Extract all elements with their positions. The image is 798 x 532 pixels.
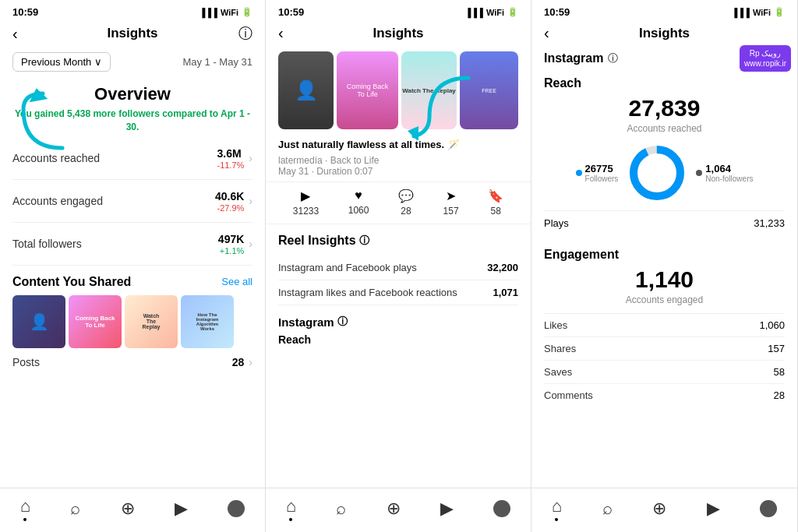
thumb-4[interactable]: How TheInstagramAlgorithmWorks: [181, 295, 234, 348]
thumbnail-row: 👤 Coming BackTo Life WatchTheReplay How …: [0, 295, 265, 348]
stat-row-accounts-reached[interactable]: Accounts reached 3.6M -11.7% ›: [12, 137, 252, 180]
overview-highlight: 5,438: [67, 108, 90, 119]
insight-label-1: Instagram likes and Facebook reactions: [278, 287, 457, 298]
thumb-2[interactable]: Coming BackTo Life: [69, 295, 122, 348]
likes-val: 1,060: [759, 319, 785, 331]
nav-home-2[interactable]: ⌂: [286, 496, 296, 521]
search-icon-2: ⌕: [336, 499, 346, 519]
bookmark-icon: 🔖: [488, 188, 503, 203]
add-icon-2: ⊕: [387, 499, 401, 519]
engage-saves: Saves 58: [544, 360, 785, 383]
donut-legend-left: 26775 Followers: [576, 163, 619, 183]
bottom-nav-3: ⌂ ⌕ ⊕ ▶: [531, 488, 797, 532]
reel-date: May 31 · Duration 0:07: [278, 166, 373, 177]
home-icon-2: ⌂: [286, 496, 296, 516]
nav-bar-1: ‹ Insights ⓘ: [0, 21, 265, 49]
insight-val-0: 32,200: [487, 262, 518, 273]
signal-icon-2: ▐▐▐: [464, 8, 482, 17]
reel-shares: ➤ 157: [443, 188, 459, 217]
shares-val: 157: [768, 343, 785, 354]
nav-reels-1[interactable]: ▶: [175, 499, 188, 519]
stat-val-0: 3.6M: [217, 147, 241, 160]
back-button-1[interactable]: ‹: [12, 25, 31, 43]
add-icon-3: ⊕: [652, 499, 666, 519]
engagement-title: Engagement: [544, 248, 785, 262]
overview-title: Overview: [12, 84, 252, 104]
reach-section: Reach 27,839 Accounts reached 26775 Foll…: [531, 70, 797, 241]
panel-2: 10:59 ▐▐▐ WiFi 🔋 ‹ Insights 👤 Coming Bac…: [266, 0, 531, 532]
status-bar-1: 10:59 ▐▐▐ WiFi 🔋: [0, 0, 265, 21]
wifi-icon-3: WiFi: [753, 8, 771, 17]
instagram-title-p3: Instagram ⓘ: [544, 51, 618, 65]
nav-reels-2[interactable]: ▶: [440, 499, 454, 519]
stat-label-1: Accounts engaged: [12, 195, 103, 207]
back-button-2[interactable]: ‹: [278, 24, 297, 42]
date-range: May 1 - May 31: [182, 56, 252, 68]
posts-label: Posts: [12, 356, 40, 368]
nav-search-1[interactable]: ⌕: [70, 499, 80, 519]
stats-list: Accounts reached 3.6M -11.7% › Accounts …: [0, 137, 265, 266]
plays-label: Plays: [544, 217, 569, 229]
stat-val-2: 497K: [218, 233, 244, 245]
thumb-3[interactable]: WatchTheReplay: [125, 295, 178, 348]
posts-row[interactable]: Posts 28 ›: [0, 348, 265, 376]
wifi-icon-2: WiFi: [486, 8, 504, 17]
see-all-button[interactable]: See all: [221, 276, 252, 287]
search-icon-1: ⌕: [70, 499, 80, 519]
plays-value: 31,233: [754, 217, 785, 229]
reel-comments: 💬 28: [398, 188, 414, 217]
signal-icon-3: ▐▐▐: [731, 8, 749, 17]
ig-info-icon: ⓘ: [608, 51, 618, 65]
nav-add-2[interactable]: ⊕: [387, 499, 401, 519]
add-icon-1: ⊕: [121, 499, 135, 519]
heart-icon: ♥: [348, 188, 369, 203]
nav-search-3[interactable]: ⌕: [602, 499, 613, 519]
status-bar-3: 10:59 ▐▐▐ WiFi 🔋: [531, 0, 797, 21]
filter-button[interactable]: Previous Month ∨: [12, 52, 111, 72]
status-bar-2: 10:59 ▐▐▐ WiFi 🔋: [266, 0, 531, 21]
reel-plays: ▶ 31233: [293, 188, 319, 217]
stat-right-2: 497K +1.1% ›: [218, 232, 252, 255]
donut-legend-right: 1,064 Non-followers: [696, 163, 753, 183]
nav-bar-2: ‹ Insights: [266, 21, 531, 48]
bottom-nav-1: ⌂ ⌕ ⊕ ▶: [0, 488, 265, 532]
stat-row-accounts-engaged[interactable]: Accounts engaged 40.6K -27.9% ›: [12, 180, 252, 223]
insight-val-1: 1,071: [493, 287, 518, 298]
nonfollowers-label: Non-followers: [705, 174, 753, 183]
nav-search-2[interactable]: ⌕: [336, 499, 346, 519]
reel-thumb-3[interactable]: Watch The Replay: [401, 51, 457, 129]
back-button-3[interactable]: ‹: [544, 24, 563, 42]
panel-1: 10:59 ▐▐▐ WiFi 🔋 ‹ Insights ⓘ Previous M…: [0, 0, 266, 532]
nav-add-1[interactable]: ⊕: [121, 499, 135, 519]
reel-thumb-1[interactable]: 👤: [278, 51, 334, 129]
comments-val: 28: [774, 389, 785, 401]
nav-home-1[interactable]: ⌂: [20, 496, 30, 521]
nav-add-3[interactable]: ⊕: [652, 499, 666, 519]
play-icon: ▶: [293, 188, 319, 203]
stat-row-total-followers[interactable]: Total followers 497K +1.1% ›: [12, 223, 252, 266]
engage-shares: Shares 157: [544, 336, 785, 360]
chevron-icon-2: ›: [249, 238, 252, 250]
nav-profile-1[interactable]: [228, 500, 245, 517]
wifi-icon: WiFi: [221, 8, 238, 17]
nav-home-3[interactable]: ⌂: [552, 496, 562, 521]
stat-right-1: 40.6K -27.9% ›: [215, 189, 252, 213]
reel-thumb-4[interactable]: FREE: [460, 51, 518, 129]
nav-reels-3[interactable]: ▶: [707, 499, 720, 519]
nav-profile-3[interactable]: [760, 500, 777, 517]
nav-title-2: Insights: [297, 26, 500, 41]
nav-profile-2[interactable]: [493, 500, 510, 517]
reel-saves: 🔖 58: [488, 188, 503, 217]
reel-saves-val: 58: [491, 206, 501, 217]
overview-subtitle: You gained 5,438 more followers compared…: [12, 107, 252, 134]
legend-nonfollowers: 1,064 Non-followers: [696, 163, 753, 183]
reel-thumbnails: 👤 Coming BackTo Life Watch The Replay FR…: [266, 48, 531, 136]
saves-val: 58: [774, 366, 785, 378]
overview-sub-end: more followers compared to Apr 1 - 30.: [93, 108, 250, 132]
svg-point-3: [634, 150, 680, 196]
info-button-1[interactable]: ⓘ: [234, 24, 252, 43]
stat-label-0: Accounts reached: [12, 152, 100, 164]
donut-chart: [626, 142, 688, 204]
reel-thumb-2[interactable]: Coming BackTo Life: [337, 51, 398, 129]
thumb-1[interactable]: 👤: [12, 295, 65, 348]
